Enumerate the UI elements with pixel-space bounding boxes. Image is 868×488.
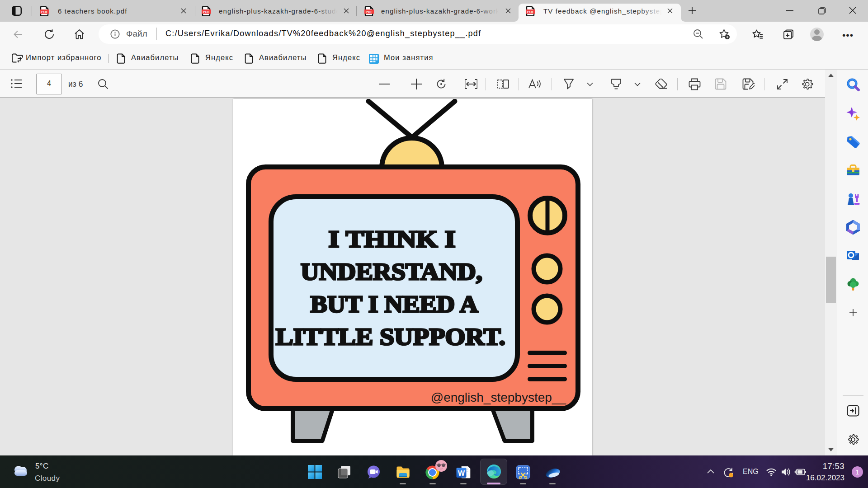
- svg-text:W: W: [458, 469, 465, 477]
- svg-text:@english_stepbystep__: @english_stepbystep__: [431, 390, 566, 404]
- svg-text:LITTLE SUPPORT.: LITTLE SUPPORT.: [276, 324, 505, 350]
- svg-text:PDF: PDF: [366, 10, 373, 14]
- svg-text:BUT I NEED A: BUT I NEED A: [311, 291, 478, 317]
- svg-text:I THINK I: I THINK I: [329, 226, 456, 252]
- svg-text:PDF: PDF: [203, 10, 210, 14]
- svg-text:PDF: PDF: [41, 10, 48, 14]
- svg-text:UNDERSTAND,: UNDERSTAND,: [301, 259, 482, 285]
- svg-text:PDF: PDF: [527, 10, 534, 14]
